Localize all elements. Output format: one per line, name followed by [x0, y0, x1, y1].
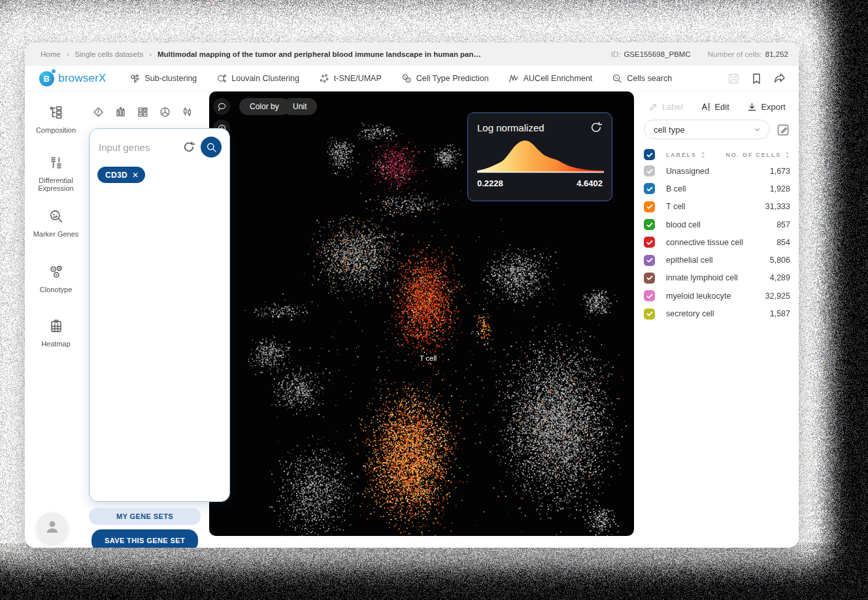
save-icon[interactable]: [727, 73, 740, 85]
menu-item-cells-search[interactable]: Cells search: [612, 73, 672, 84]
save-gene-set-button[interactable]: SAVE THIS GENE SET: [92, 529, 198, 548]
label-button[interactable]: Label: [648, 102, 683, 112]
heatmap-icon: [49, 324, 63, 335]
marker-icon: [49, 214, 63, 225]
expression-legend: Log normalized 0.22: [467, 112, 612, 201]
clonotype-icon: [49, 270, 63, 281]
search-button[interactable]: [201, 137, 222, 158]
label-checkbox[interactable]: [644, 290, 655, 301]
diamond-alert-icon[interactable]: [93, 107, 104, 118]
sidebar-item-heatmap[interactable]: Heatmap: [25, 319, 87, 348]
sidebar-item-composition[interactable]: Composition: [25, 105, 87, 134]
user-avatar[interactable]: [37, 512, 68, 544]
menu-item-t-sne-umap[interactable]: t-SNE/UMAP: [319, 73, 382, 84]
toolbar-menu: Sub-clusteringLouvain Clusteringt-SNE/UM…: [129, 73, 672, 84]
unit-button[interactable]: Unit: [282, 98, 317, 115]
bookmark-icon[interactable]: [750, 73, 763, 85]
label-checkbox[interactable]: [644, 201, 655, 212]
left-sidebar: CompositionDifferential ExpressionMarker…: [25, 92, 87, 548]
legend-min: 0.2228: [477, 178, 503, 188]
app-window: Home › Single cells datasets › Multimoda…: [25, 42, 799, 548]
search-icon: [206, 142, 217, 153]
diffexpr-icon: [49, 161, 63, 172]
gene-search-input[interactable]: [97, 141, 177, 154]
label-checkbox[interactable]: [644, 219, 655, 230]
embedding-plot[interactable]: Color by Unit T cell Log normalized: [209, 92, 634, 536]
breadcrumb-separator: ›: [67, 50, 69, 58]
labels-table-header: LABELS NO. OF CELLS: [644, 149, 790, 160]
brand-logo[interactable]: B browserX: [39, 71, 106, 86]
expression-density-curve: [477, 137, 604, 176]
gene-input-panel: CD3D✕: [89, 128, 230, 502]
legend-title: Log normalized: [477, 122, 544, 133]
label-row-secretory-cell[interactable]: secretory cell 1,587: [644, 305, 790, 322]
menu-item-aucell-enrichment[interactable]: AUCell Enrichment: [509, 73, 593, 84]
legend-refresh-icon[interactable]: [590, 121, 603, 134]
edit-square-icon[interactable]: [776, 123, 790, 137]
lasso-button[interactable]: [213, 98, 230, 115]
share-icon[interactable]: [773, 73, 786, 85]
tsne-icon: [319, 73, 329, 84]
label-row-innate-lymphoid-cell[interactable]: innate lymphoid cell 4,289: [644, 269, 790, 287]
sidebar-item-clonotype[interactable]: Clonotype: [25, 265, 87, 293]
label-row-epithelial-cell[interactable]: epithelial cell 5,806: [644, 251, 790, 269]
sidebar-item-marker-genes[interactable]: Marker Genes: [25, 209, 87, 238]
pen-icon: [648, 102, 658, 112]
cell-count: Number of cells: 81,252: [708, 50, 788, 58]
breadcrumb-section[interactable]: Single cells datasets: [75, 50, 143, 58]
select-all-checkbox[interactable]: [644, 149, 655, 160]
refresh-icon[interactable]: [182, 141, 195, 154]
main-toolbar: B browserX Sub-clusteringLouvain Cluster…: [25, 66, 799, 92]
menu-item-cell-type-prediction[interactable]: Cell Type Prediction: [401, 73, 489, 84]
brand-name: browserX: [58, 72, 106, 85]
labels-panel: Label Edit Export cell type LABELS: [635, 92, 799, 548]
labels-table: Unassigned 1,673 B cell 1,928 T cell 31,…: [644, 162, 790, 323]
download-icon: [747, 102, 757, 112]
label-row-t-cell[interactable]: T cell 31,333: [644, 198, 790, 216]
breadcrumb-separator: ›: [149, 50, 152, 58]
dataset-id: ID: GSE155698_PBMC: [611, 50, 691, 58]
text-edit-icon: [701, 102, 710, 112]
brand-icon: B: [39, 71, 54, 86]
grid-icon[interactable]: [137, 107, 148, 118]
toolbar-right-icons: [727, 73, 786, 85]
labels-column-header[interactable]: LABELS: [666, 151, 706, 159]
label-checkbox[interactable]: [644, 237, 655, 248]
legend-max: 4.6402: [576, 178, 603, 188]
export-button[interactable]: Export: [747, 102, 786, 112]
pie-icon[interactable]: [159, 107, 171, 118]
menu-item-sub-clustering[interactable]: Sub-clustering: [129, 73, 197, 84]
cells-column-header[interactable]: NO. OF CELLS: [726, 151, 790, 159]
dataset-title: Multimodal mapping of the tumor and peri…: [158, 50, 484, 58]
gene-chip-list: CD3D✕: [97, 167, 222, 183]
my-gene-sets-button[interactable]: MY GENE SETS: [89, 508, 201, 525]
label-row-b-cell[interactable]: B cell 1,928: [644, 180, 790, 197]
gene-chip-cd3d[interactable]: CD3D✕: [97, 167, 145, 183]
label-checkbox[interactable]: [644, 165, 655, 176]
label-checkbox[interactable]: [644, 183, 655, 194]
gene-view-icons: [93, 104, 224, 120]
celltype-icon: [401, 73, 412, 84]
sidebar-item-differential-expression[interactable]: Differential Expression: [25, 156, 87, 192]
breadcrumb-bar: Home › Single cells datasets › Multimoda…: [25, 42, 799, 66]
cluster-annotation: T cell: [420, 354, 459, 362]
label-row-myeloid-leukocyte[interactable]: myeloid leukocyte 32,925: [644, 287, 790, 305]
aucell-icon: [509, 73, 519, 84]
breadcrumb-home[interactable]: Home: [41, 50, 61, 58]
label-checkbox[interactable]: [644, 308, 655, 320]
edit-button[interactable]: Edit: [701, 102, 729, 112]
label-row-unassigned[interactable]: Unassigned 1,673: [644, 162, 790, 180]
boxplot-icon[interactable]: [182, 107, 193, 118]
label-checkbox[interactable]: [644, 273, 655, 284]
subcluster-icon: [129, 73, 140, 84]
chevron-down-icon: [753, 125, 761, 134]
sort-icon: [700, 151, 706, 159]
label-row-blood-cell[interactable]: blood cell 857: [644, 216, 790, 233]
barchart-icon[interactable]: [115, 107, 126, 118]
label-row-connective-tissue-cell[interactable]: connective tissue cell 854: [644, 233, 790, 251]
composition-icon: [49, 110, 63, 122]
label-checkbox[interactable]: [644, 255, 655, 266]
menu-item-louvain-clustering[interactable]: Louvain Clustering: [216, 73, 299, 84]
label-category-dropdown[interactable]: cell type: [644, 120, 770, 139]
close-icon[interactable]: ✕: [132, 171, 139, 180]
